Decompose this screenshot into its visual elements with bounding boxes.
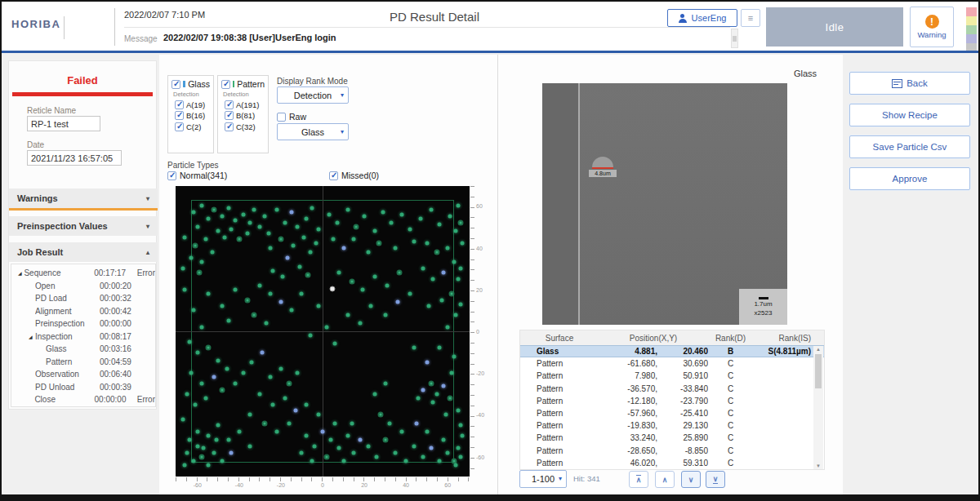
particle-dot[interactable] <box>316 304 320 308</box>
checkbox-icon[interactable] <box>225 111 234 120</box>
particle-table-row[interactable]: Pattern-12.180,-23.790C <box>520 395 824 407</box>
particle-dot[interactable] <box>458 454 462 459</box>
particle-dot[interactable] <box>383 313 387 317</box>
user-button[interactable]: UserEng <box>667 9 737 27</box>
section-warnings[interactable]: Warnings ▾ <box>9 188 158 208</box>
particle-dot[interactable] <box>278 367 283 371</box>
particle-dot[interactable] <box>269 291 273 295</box>
particle-dot-missed-color[interactable] <box>278 300 283 304</box>
particle-dot[interactable] <box>434 249 440 255</box>
particle-dot[interactable] <box>381 211 385 215</box>
particle-dot[interactable] <box>335 220 339 224</box>
particle-dot[interactable] <box>202 446 206 450</box>
particle-dot[interactable] <box>428 381 434 387</box>
particle-dot[interactable] <box>345 313 350 317</box>
job-tree-row[interactable]: Pattern00:04:59 <box>11 356 155 369</box>
rank-checkbox[interactable]: A(191) <box>225 100 265 109</box>
particle-dot[interactable] <box>382 437 388 443</box>
particle-dot[interactable] <box>237 429 241 433</box>
particle-dot[interactable] <box>183 463 187 467</box>
job-tree-row[interactable]: Preinspection00:00:00 <box>11 317 155 330</box>
checkbox-icon[interactable] <box>172 80 180 89</box>
particle-dot[interactable] <box>390 220 394 224</box>
particle-dot[interactable] <box>458 423 462 428</box>
particle-dot[interactable] <box>316 227 320 231</box>
particle-dot[interactable] <box>191 459 195 463</box>
particle-table-row[interactable]: Pattern-19.830,29.130C <box>520 419 824 432</box>
particle-dot[interactable] <box>281 275 285 279</box>
particle-dot[interactable] <box>233 219 237 223</box>
particle-dot[interactable] <box>296 371 300 375</box>
raw-checkbox[interactable]: Raw <box>277 112 306 122</box>
particle-dot[interactable] <box>220 459 225 463</box>
particle-dot[interactable] <box>456 204 460 208</box>
particle-dot-missed-color[interactable] <box>260 350 264 354</box>
particle-dot[interactable] <box>199 260 203 264</box>
job-tree-row[interactable]: ◢Sequence00:17:17Error <box>11 267 155 280</box>
particle-dot[interactable] <box>367 250 371 254</box>
particle-dot[interactable] <box>337 446 341 450</box>
particle-dot[interactable] <box>302 235 306 239</box>
particle-dot[interactable] <box>187 339 191 344</box>
particle-dot[interactable] <box>180 267 185 271</box>
particle-dot[interactable] <box>292 243 296 247</box>
normal-checkbox[interactable]: Normal(341) <box>167 171 227 180</box>
particle-dot[interactable] <box>387 421 391 425</box>
particle-dot[interactable] <box>252 208 256 212</box>
first-page-button[interactable]: ∧ <box>629 471 648 488</box>
particle-dot[interactable] <box>258 392 262 396</box>
particle-dot[interactable] <box>312 444 316 448</box>
particle-dot[interactable] <box>337 271 341 275</box>
scroll-down-icon[interactable]: ▼ <box>813 463 823 468</box>
particle-dot[interactable] <box>400 212 404 216</box>
particle-dot-missed-color[interactable] <box>421 388 425 392</box>
particle-dot[interactable] <box>227 206 231 210</box>
particle-dot[interactable] <box>269 246 273 250</box>
particle-dot[interactable] <box>443 413 448 417</box>
particle-dot[interactable] <box>258 224 262 228</box>
particle-dot[interactable] <box>308 334 312 338</box>
particle-dot[interactable] <box>195 350 199 354</box>
particle-dot-missed-color[interactable] <box>293 409 297 413</box>
particle-dot[interactable] <box>247 444 252 448</box>
particle-dot[interactable] <box>397 270 403 276</box>
particle-dot[interactable] <box>304 216 308 220</box>
particle-dot-missed-color[interactable] <box>321 429 325 433</box>
particle-dot[interactable] <box>412 444 416 448</box>
particle-dot[interactable] <box>204 237 208 242</box>
job-tree-row[interactable]: Observation00:06:40 <box>11 368 155 381</box>
page-range-select[interactable]: 1-100 ▾ <box>519 470 567 488</box>
particle-dot[interactable] <box>431 401 435 405</box>
rank-checkbox[interactable]: C(32) <box>225 122 265 131</box>
rank-checkbox[interactable]: C(2) <box>175 122 210 131</box>
particle-dot-missed-color[interactable] <box>358 438 362 442</box>
particle-dot[interactable] <box>437 223 441 227</box>
pattern-filter-header[interactable]: Pattern <box>221 79 265 89</box>
particle-dot[interactable] <box>439 298 443 302</box>
particle-dot-missed-color[interactable] <box>425 361 429 365</box>
particle-dot[interactable] <box>283 396 287 400</box>
particle-dot[interactable] <box>233 287 237 291</box>
section-job-result[interactable]: Job Result ▴ <box>9 242 158 262</box>
particle-dot[interactable] <box>345 434 350 438</box>
particle-dot[interactable] <box>197 270 203 276</box>
particle-dot[interactable] <box>283 220 287 224</box>
particle-dot[interactable] <box>261 420 267 426</box>
particle-dot[interactable] <box>183 235 187 239</box>
particle-dot[interactable] <box>278 237 283 242</box>
particle-dot[interactable] <box>191 308 195 313</box>
checkbox-icon[interactable] <box>167 171 176 180</box>
particle-dot-missed-color[interactable] <box>442 384 446 388</box>
particle-dot[interactable] <box>394 450 398 454</box>
particle-dot[interactable] <box>180 417 185 421</box>
particle-dot[interactable] <box>206 463 210 467</box>
particle-dot[interactable] <box>266 231 270 235</box>
job-tree-row[interactable]: PD Unload00:00:39 <box>11 381 155 394</box>
particle-dot[interactable] <box>247 220 252 224</box>
particle-dot[interactable] <box>262 215 266 219</box>
particle-dot[interactable] <box>212 207 217 213</box>
next-page-button[interactable]: ∨ <box>681 471 701 488</box>
particle-table-row[interactable]: Pattern-61.680,30.690C <box>520 357 824 370</box>
particle-dot[interactable] <box>206 434 210 438</box>
particle-dot[interactable] <box>274 429 278 433</box>
